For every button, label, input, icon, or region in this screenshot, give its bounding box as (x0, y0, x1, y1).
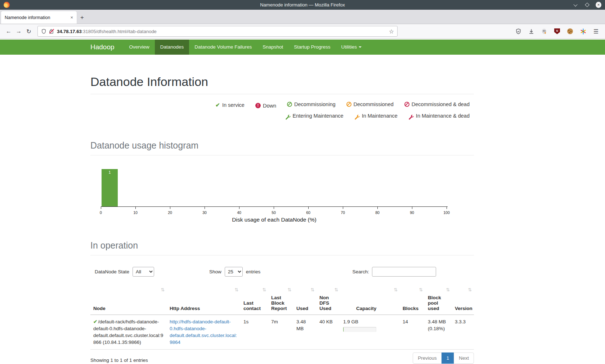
table-row: ✔/default-rack/hdfs-datanode-default-0.h… (90, 315, 474, 349)
sort-icon[interactable]: ⇅ (468, 287, 472, 292)
x-tick: 40 (237, 210, 241, 215)
ublock-shield-icon[interactable]: u (553, 27, 561, 35)
bookmark-star-icon[interactable]: ☆ (389, 28, 394, 35)
new-tab-button[interactable]: + (77, 11, 88, 24)
hadoop-navbar: Hadoop Overview Datanodes Datanode Volum… (0, 40, 605, 55)
sort-icon[interactable]: ⇅ (235, 287, 238, 292)
datanode-state-select[interactable]: All (133, 267, 154, 277)
cell-last-block-report: 7m (268, 315, 293, 349)
pagination-page-1-button[interactable]: 1 (442, 352, 454, 364)
search-input[interactable] (372, 267, 436, 277)
multicolor-asterisk-icon[interactable] (579, 27, 587, 35)
url-text: 34.78.17.63:31805/dfshealth.html#tab-dat… (57, 29, 386, 34)
col-header-used[interactable]: Used⇅ (293, 284, 317, 315)
bar-value-label: 1 (102, 169, 118, 174)
nav-item-datanodes[interactable]: Datanodes (155, 40, 189, 55)
cell-http-address: http://hdfs-datanode-default-0.hdfs-data… (167, 315, 241, 349)
x-axis-label: Disk usage of each DataNode (%) (101, 217, 448, 223)
x-tick: 50 (272, 210, 276, 215)
nav-item-datanode-volume-failures[interactable]: Datanode Volume Failures (189, 40, 257, 55)
forward-button[interactable]: → (14, 26, 24, 36)
back-button[interactable]: ← (4, 26, 14, 36)
legend-decommissioned: Decommissioned (346, 99, 394, 109)
table-header-row: Node⇅ Http Address⇅ Last contact⇅ Last B… (90, 284, 474, 315)
browser-tab[interactable]: Namenode information × (1, 11, 77, 24)
tab-strip: Namenode information × + (0, 10, 605, 24)
col-header-last-contact[interactable]: Last contact⇅ (241, 284, 268, 315)
sort-icon[interactable]: ⇅ (161, 287, 165, 292)
pagination-previous-button[interactable]: Previous (413, 352, 442, 364)
sort-icon[interactable]: ⇅ (288, 287, 291, 292)
insecure-lock-icon[interactable] (49, 29, 54, 34)
chevron-down-icon (573, 2, 577, 6)
x-tick: 0 (100, 210, 102, 215)
url-host: 34.78.17.63 (57, 29, 82, 34)
exclamation-circle-icon: ! (255, 103, 261, 108)
hadoop-brand[interactable]: Hadoop (90, 40, 124, 55)
download-icon[interactable] (527, 27, 535, 35)
cell-capacity: 1.9 GB (340, 315, 400, 349)
divider (90, 155, 474, 155)
col-header-capacity[interactable]: Capacity⇅ (340, 284, 400, 315)
col-header-version[interactable]: Version⇅ (452, 284, 474, 315)
datanode-state-label: DataNode State (95, 269, 129, 274)
close-window-button[interactable]: × (596, 2, 601, 8)
http-address-link[interactable]: http://hdfs-datanode-default-0.hdfs-data… (170, 319, 237, 345)
divider (90, 255, 474, 255)
close-icon: × (596, 2, 601, 8)
legend-down: !Down (255, 101, 276, 111)
caret-down-icon (359, 46, 362, 48)
x-tick: 90 (410, 210, 414, 215)
pagination: Previous 1 Next (413, 352, 474, 364)
diamond-icon (585, 3, 590, 7)
col-header-last-block-report[interactable]: Last Block Report⇅ (268, 284, 293, 315)
x-tick: 60 (306, 210, 310, 215)
sort-icon[interactable]: ⇅ (419, 287, 423, 292)
nav-item-overview[interactable]: Overview (124, 40, 155, 55)
sort-icon[interactable]: ⇅ (394, 287, 398, 292)
sort-icon[interactable]: ⇅ (263, 287, 266, 292)
url-bar[interactable]: 34.78.17.63:31805/dfshealth.html#tab-dat… (37, 26, 398, 37)
nav-item-startup-progress[interactable]: Startup Progress (288, 40, 336, 55)
maximize-button[interactable] (584, 2, 590, 8)
nav-item-snapshot[interactable]: Snapshot (257, 40, 288, 55)
protections-shield-check-icon[interactable] (514, 27, 522, 35)
window-title: Namenode information — Mozilla Firefox (0, 2, 605, 8)
wrench-icon (285, 113, 291, 118)
entries-label: entries (246, 269, 261, 274)
legend-entering-maintenance: Entering Maintenance (285, 111, 344, 121)
legend-decommissioning: Decommissioning (287, 99, 335, 109)
sort-icon[interactable]: ⇅ (335, 287, 338, 292)
menu-hamburger-icon[interactable]: ☰ (592, 27, 600, 35)
datanode-usage-histogram: 1 0 10 20 30 40 50 60 70 80 90 100 Disk … (101, 168, 448, 223)
minimize-button[interactable] (573, 2, 578, 8)
wrench-icon (354, 113, 360, 118)
col-header-blocks[interactable]: Blocks⇅ (400, 284, 425, 315)
showing-entries-info: Showing 1 to 1 of 1 entries (90, 352, 148, 363)
nav-item-utilities[interactable]: Utilities (336, 40, 367, 55)
histogram-heading: Datanode usage histogram (90, 140, 474, 151)
x-tick: 10 (133, 210, 138, 215)
col-header-http-address[interactable]: Http Address⇅ (167, 284, 241, 315)
cell-non-dfs-used: 40 KB (317, 315, 340, 349)
col-header-block-pool-used[interactable]: Block pool used⇅ (425, 284, 452, 315)
col-header-non-dfs-used[interactable]: Non DFS Used⇅ (317, 284, 340, 315)
sort-icon[interactable]: ⇅ (446, 287, 450, 292)
tracking-protection-shield-icon[interactable] (41, 29, 46, 34)
show-entries-select[interactable]: 25 (225, 267, 243, 277)
tab-close-icon[interactable]: × (70, 15, 73, 20)
reload-button[interactable]: ↻ (24, 26, 34, 36)
x-tick: 80 (375, 210, 380, 215)
ban-circle-icon (287, 102, 292, 107)
divider (90, 94, 474, 94)
tab-title: Namenode information (5, 15, 50, 20)
x-tick: 100 (443, 210, 450, 215)
cookie-icon[interactable] (566, 27, 574, 35)
extension-mask-icon[interactable] (540, 27, 548, 35)
ban-circle-icon (346, 102, 351, 107)
browser-toolbar: ← → ↻ 34.78.17.63:31805/dfshealth.html#t… (0, 24, 605, 39)
pagination-next-button[interactable]: Next (454, 352, 474, 364)
cell-blocks: 14 (400, 315, 425, 349)
col-header-node[interactable]: Node⇅ (90, 284, 167, 315)
sort-icon[interactable]: ⇅ (311, 287, 314, 292)
